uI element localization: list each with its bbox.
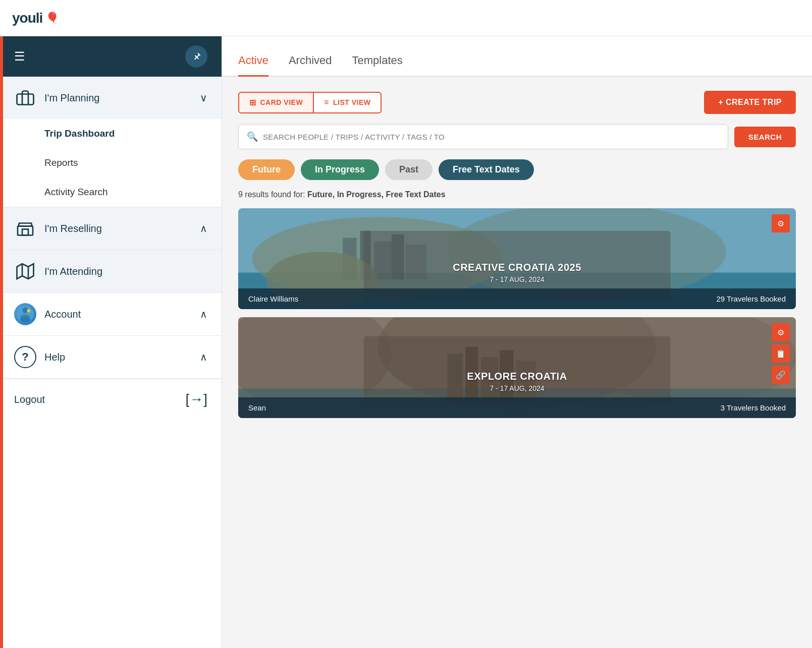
help-chevron: ∧ — [200, 351, 207, 363]
trip-card-2-footer: Sean 3 Travelers Booked — [238, 397, 796, 418]
past-label: Past — [399, 164, 418, 174]
svg-marker-4 — [17, 264, 34, 279]
sidebar-section-account: Account ∧ — [0, 293, 222, 336]
search-button-label: SEARCH — [748, 133, 782, 141]
trip-card-2-copy-button[interactable]: 📋 — [772, 344, 790, 363]
tabs-bar: Active Archived Templates — [222, 36, 812, 77]
filter-inprogress[interactable]: In Progress — [301, 159, 379, 180]
create-trip-label: + CREATE TRIP — [718, 98, 782, 107]
trip-dashboard-label: Trip Dashboard — [44, 128, 115, 139]
search-button[interactable]: SEARCH — [734, 127, 796, 147]
view-toggle: ⊞ CARD VIEW ≡ LIST VIEW — [238, 92, 382, 113]
search-input[interactable] — [263, 133, 720, 141]
suitcase-icon — [14, 87, 36, 109]
filter-freetextdates[interactable]: Free Text Dates — [439, 159, 534, 180]
trip-card-2-title-area: EXPLORE CROATIA 7 - 17 AUG, 2024 — [238, 366, 796, 397]
main-content: Active Archived Templates ⊞ CARD VIEW ≡ — [222, 36, 812, 648]
trip-card-1-actions: ⚙ — [772, 214, 790, 232]
trip-cards: CREATIVE CROATIA 2025 7 - 17 AUG, 2024 C… — [238, 208, 796, 418]
logout-icon: [→] — [185, 391, 207, 407]
card-view-label: CARD VIEW — [260, 98, 303, 106]
tab-templates[interactable]: Templates — [352, 54, 403, 77]
planning-chevron: ∨ — [200, 92, 207, 104]
gear-icon: ⚙ — [777, 219, 784, 228]
svg-rect-1 — [18, 226, 33, 235]
trip-card-1-title-area: CREATIVE CROATIA 2025 7 - 17 AUG, 2024 — [238, 257, 796, 288]
map-icon — [14, 260, 36, 282]
trip-card-1-footer: Claire Williams 29 Travelers Booked — [238, 288, 796, 309]
copy-icon: 📋 — [776, 349, 786, 359]
filter-future[interactable]: Future — [238, 159, 295, 180]
tab-archived[interactable]: Archived — [289, 54, 332, 77]
inprogress-label: In Progress — [315, 164, 365, 174]
trip-card-2-content: EXPLORE CROATIA 7 - 17 AUG, 2024 Sean 3 … — [238, 366, 796, 418]
toolbar-row: ⊞ CARD VIEW ≡ LIST VIEW + CREATE TRIP — [238, 91, 796, 114]
tab-active[interactable]: Active — [238, 54, 268, 77]
filter-past[interactable]: Past — [385, 159, 432, 180]
svg-rect-0 — [17, 94, 34, 105]
hamburger-menu-icon[interactable]: ☰ — [14, 49, 25, 64]
filter-pills: Future In Progress Past Free Text Dates — [238, 159, 796, 180]
list-view-icon: ≡ — [324, 98, 329, 107]
logout-label: Logout — [14, 394, 185, 405]
sidebar-item-attending[interactable]: I'm Attending — [0, 250, 222, 292]
help-icon: ? — [14, 346, 36, 368]
red-accent-bar — [0, 36, 3, 648]
trip-card-2-date: 7 - 17 AUG, 2024 — [248, 384, 786, 392]
card-view-button[interactable]: ⊞ CARD VIEW — [238, 92, 313, 113]
search-magnifier-icon: 🔍 — [247, 131, 258, 142]
card-view-icon: ⊞ — [249, 98, 256, 107]
sidebar-item-reselling[interactable]: I'm Reselling ∧ — [0, 207, 222, 250]
trip-card-1-name: CREATIVE CROATIA 2025 — [248, 262, 786, 273]
sidebar-item-reports[interactable]: Reports — [0, 148, 222, 178]
trip-card-1-date: 7 - 17 AUG, 2024 — [248, 275, 786, 283]
trip-card-2-settings-button[interactable]: ⚙ — [772, 323, 790, 341]
reports-label: Reports — [44, 157, 78, 168]
sidebar-nav: I'm Planning ∨ Trip Dashboard Reports Ac… — [0, 77, 222, 648]
planning-sub-items: Trip Dashboard Reports Activity Search — [0, 119, 222, 207]
logo-text: youli — [12, 10, 42, 26]
freetextdates-label: Free Text Dates — [453, 164, 520, 174]
sidebar-item-planning[interactable]: I'm Planning ∨ — [0, 77, 222, 119]
reselling-label: I'm Reselling — [44, 223, 200, 234]
trip-card-1-settings-button[interactable]: ⚙ — [772, 214, 790, 232]
trip-card-2[interactable]: EXPLORE CROATIA 7 - 17 AUG, 2024 Sean 3 … — [238, 317, 796, 418]
help-label: Help — [44, 351, 200, 363]
svg-rect-3 — [22, 229, 28, 235]
gear-icon-2: ⚙ — [777, 328, 784, 337]
pin-icon[interactable] — [185, 45, 207, 68]
planning-label: I'm Planning — [44, 92, 200, 104]
sidebar-item-help[interactable]: ? Help ∧ — [0, 336, 222, 378]
sidebar-section-help: ? Help ∧ — [0, 336, 222, 379]
store-icon — [14, 217, 36, 240]
logo: youli 🎈 — [12, 10, 59, 26]
sidebar-logout[interactable]: Logout [→] — [0, 379, 222, 420]
trip-card-2-link-button[interactable]: 🔗 — [772, 366, 790, 384]
attending-label: I'm Attending — [44, 266, 207, 277]
trip-card-2-name: EXPLORE CROATIA — [248, 371, 786, 382]
search-row: 🔍 SEARCH — [238, 124, 796, 149]
trip-card-2-actions: ⚙ 📋 🔗 — [772, 323, 790, 384]
account-avatar — [14, 303, 36, 325]
link-icon: 🔗 — [776, 370, 786, 380]
list-view-button[interactable]: ≡ LIST VIEW — [313, 92, 382, 113]
trip-card-2-user: Sean — [248, 403, 266, 412]
future-label: Future — [252, 164, 281, 174]
trip-card-1-travelers: 29 Travelers Booked — [716, 294, 786, 303]
sidebar: ☰ — [0, 36, 222, 648]
trip-card-2-travelers: 3 Travelers Booked — [721, 403, 786, 412]
logo-balloon-icon: 🎈 — [45, 12, 59, 25]
trip-card-1-user: Claire Williams — [248, 294, 298, 303]
sidebar-section-attending: I'm Attending — [0, 250, 222, 293]
list-view-label: LIST VIEW — [333, 98, 371, 106]
sidebar-section-reselling: I'm Reselling ∧ — [0, 207, 222, 250]
sidebar-item-activity-search[interactable]: Activity Search — [0, 178, 222, 207]
create-trip-button[interactable]: + CREATE TRIP — [704, 91, 796, 114]
sidebar-item-account[interactable]: Account ∧ — [0, 293, 222, 335]
sidebar-top-bar: ☰ — [0, 36, 222, 77]
results-text: 9 results found for: Future, In Progress… — [238, 190, 796, 199]
results-highlight: Future, In Progress, Free Text Dates — [307, 190, 446, 199]
sidebar-section-planning: I'm Planning ∨ Trip Dashboard Reports Ac… — [0, 77, 222, 207]
sidebar-item-trip-dashboard[interactable]: Trip Dashboard — [0, 119, 222, 148]
trip-card[interactable]: CREATIVE CROATIA 2025 7 - 17 AUG, 2024 C… — [238, 208, 796, 309]
